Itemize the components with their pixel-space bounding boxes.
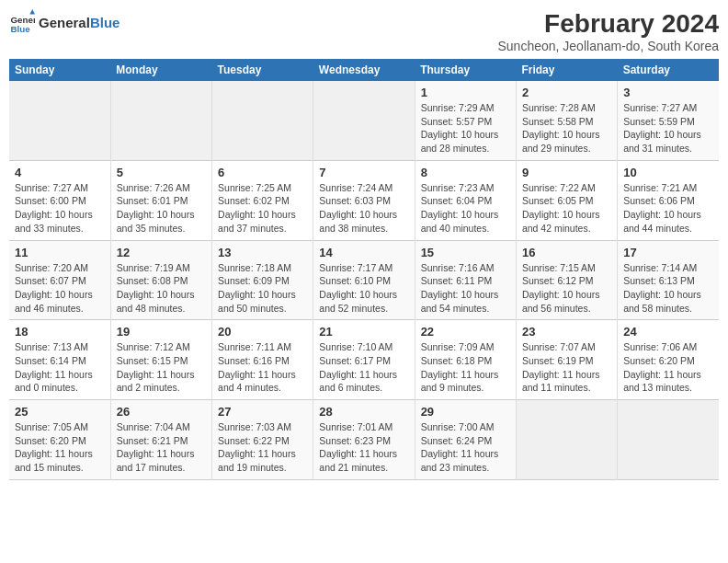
day-number: 17 [623, 246, 713, 259]
day-info: Sunrise: 7:23 AMSunset: 6:04 PMDaylight:… [421, 181, 510, 236]
calendar-cell: 29Sunrise: 7:00 AMSunset: 6:24 PMDayligh… [415, 400, 516, 480]
day-info: Sunrise: 7:12 AMSunset: 6:15 PMDaylight:… [117, 340, 206, 395]
calendar-cell [516, 400, 617, 480]
day-info: Sunrise: 7:18 AMSunset: 6:09 PMDaylight:… [218, 261, 307, 316]
svg-marker-2 [29, 9, 35, 15]
calendar-cell: 4Sunrise: 7:27 AMSunset: 6:00 PMDaylight… [9, 160, 110, 240]
calendar-cell: 12Sunrise: 7:19 AMSunset: 6:08 PMDayligh… [110, 240, 211, 320]
calendar-cell: 25Sunrise: 7:05 AMSunset: 6:20 PMDayligh… [9, 400, 110, 480]
header-sunday: Sunday [9, 59, 110, 81]
day-info: Sunrise: 7:22 AMSunset: 6:05 PMDaylight:… [522, 181, 611, 236]
day-info: Sunrise: 7:16 AMSunset: 6:11 PMDaylight:… [421, 261, 510, 316]
calendar-week-row: 25Sunrise: 7:05 AMSunset: 6:20 PMDayligh… [9, 400, 719, 480]
logo: General Blue GeneralBlue [9, 9, 119, 35]
day-info: Sunrise: 7:10 AMSunset: 6:17 PMDaylight:… [319, 340, 408, 395]
day-number: 3 [623, 86, 713, 99]
day-info: Sunrise: 7:21 AMSunset: 6:06 PMDaylight:… [623, 181, 713, 236]
day-number: 12 [117, 246, 206, 259]
calendar-cell: 18Sunrise: 7:13 AMSunset: 6:14 PMDayligh… [9, 320, 110, 400]
day-number: 25 [15, 405, 105, 419]
day-number: 18 [15, 325, 105, 339]
day-number: 19 [117, 325, 206, 339]
day-number: 13 [218, 246, 307, 259]
day-number: 23 [522, 325, 611, 339]
day-number: 29 [421, 405, 510, 419]
svg-text:Blue: Blue [10, 24, 30, 34]
calendar-cell [313, 81, 415, 160]
day-info: Sunrise: 7:24 AMSunset: 6:03 PMDaylight:… [319, 181, 408, 236]
calendar-cell: 17Sunrise: 7:14 AMSunset: 6:13 PMDayligh… [618, 240, 719, 320]
day-info: Sunrise: 7:14 AMSunset: 6:13 PMDaylight:… [623, 261, 713, 316]
day-info: Sunrise: 7:19 AMSunset: 6:08 PMDaylight:… [117, 261, 206, 316]
logo-text: GeneralBlue [39, 15, 119, 30]
calendar-week-row: 11Sunrise: 7:20 AMSunset: 6:07 PMDayligh… [9, 240, 719, 320]
day-info: Sunrise: 7:20 AMSunset: 6:07 PMDaylight:… [15, 261, 105, 316]
day-info: Sunrise: 7:27 AMSunset: 6:00 PMDaylight:… [15, 181, 105, 236]
day-info: Sunrise: 7:03 AMSunset: 6:22 PMDaylight:… [218, 420, 307, 475]
calendar-cell: 5Sunrise: 7:26 AMSunset: 6:01 PMDaylight… [110, 160, 211, 240]
calendar-cell: 24Sunrise: 7:06 AMSunset: 6:20 PMDayligh… [618, 320, 719, 400]
day-info: Sunrise: 7:11 AMSunset: 6:16 PMDaylight:… [218, 340, 307, 395]
day-number: 28 [319, 405, 408, 419]
day-info: Sunrise: 7:06 AMSunset: 6:20 PMDaylight:… [623, 340, 713, 395]
header-saturday: Saturday [618, 59, 719, 81]
calendar-cell: 14Sunrise: 7:17 AMSunset: 6:10 PMDayligh… [313, 240, 415, 320]
header-tuesday: Tuesday [212, 59, 313, 81]
calendar-cell: 15Sunrise: 7:16 AMSunset: 6:11 PMDayligh… [415, 240, 516, 320]
calendar-table: SundayMondayTuesdayWednesdayThursdayFrid… [9, 59, 719, 480]
header-monday: Monday [110, 59, 211, 81]
day-info: Sunrise: 7:09 AMSunset: 6:18 PMDaylight:… [421, 340, 510, 395]
header-thursday: Thursday [415, 59, 516, 81]
calendar-cell: 2Sunrise: 7:28 AMSunset: 5:58 PMDaylight… [516, 81, 617, 160]
calendar-cell: 10Sunrise: 7:21 AMSunset: 6:06 PMDayligh… [618, 160, 719, 240]
calendar-cell [212, 81, 313, 160]
calendar-cell: 13Sunrise: 7:18 AMSunset: 6:09 PMDayligh… [212, 240, 313, 320]
calendar-cell: 7Sunrise: 7:24 AMSunset: 6:03 PMDaylight… [313, 160, 415, 240]
day-number: 7 [319, 166, 408, 179]
calendar-cell: 21Sunrise: 7:10 AMSunset: 6:17 PMDayligh… [313, 320, 415, 400]
header-friday: Friday [516, 59, 617, 81]
title-block: February 2024 Suncheon, Jeollanam-do, So… [498, 9, 720, 53]
logo-icon: General Blue [9, 9, 35, 35]
calendar-week-row: 4Sunrise: 7:27 AMSunset: 6:00 PMDaylight… [9, 160, 719, 240]
day-info: Sunrise: 7:07 AMSunset: 6:19 PMDaylight:… [522, 340, 611, 395]
calendar-cell: 1Sunrise: 7:29 AMSunset: 5:57 PMDaylight… [415, 81, 516, 160]
page-header: General Blue GeneralBlue February 2024 S… [9, 9, 719, 53]
day-info: Sunrise: 7:25 AMSunset: 6:02 PMDaylight:… [218, 181, 307, 236]
calendar-title: February 2024 [498, 9, 720, 39]
day-number: 9 [522, 166, 611, 179]
calendar-cell: 27Sunrise: 7:03 AMSunset: 6:22 PMDayligh… [212, 400, 313, 480]
day-number: 10 [623, 166, 713, 179]
calendar-cell: 19Sunrise: 7:12 AMSunset: 6:15 PMDayligh… [110, 320, 211, 400]
day-number: 20 [218, 325, 307, 339]
day-info: Sunrise: 7:26 AMSunset: 6:01 PMDaylight:… [117, 181, 206, 236]
day-info: Sunrise: 7:00 AMSunset: 6:24 PMDaylight:… [421, 420, 510, 475]
calendar-header-row: SundayMondayTuesdayWednesdayThursdayFrid… [9, 59, 719, 81]
calendar-cell: 3Sunrise: 7:27 AMSunset: 5:59 PMDaylight… [618, 81, 719, 160]
day-number: 22 [421, 325, 510, 339]
day-number: 11 [15, 246, 105, 259]
calendar-cell: 8Sunrise: 7:23 AMSunset: 6:04 PMDaylight… [415, 160, 516, 240]
day-info: Sunrise: 7:01 AMSunset: 6:23 PMDaylight:… [319, 420, 408, 475]
day-number: 6 [218, 166, 307, 179]
day-info: Sunrise: 7:13 AMSunset: 6:14 PMDaylight:… [15, 340, 105, 395]
calendar-cell: 11Sunrise: 7:20 AMSunset: 6:07 PMDayligh… [9, 240, 110, 320]
day-number: 26 [117, 405, 206, 419]
day-number: 14 [319, 246, 408, 259]
calendar-cell: 28Sunrise: 7:01 AMSunset: 6:23 PMDayligh… [313, 400, 415, 480]
calendar-cell [110, 81, 211, 160]
day-info: Sunrise: 7:27 AMSunset: 5:59 PMDaylight:… [623, 101, 713, 155]
day-number: 4 [15, 166, 105, 179]
day-number: 21 [319, 325, 408, 339]
day-number: 8 [421, 166, 510, 179]
calendar-cell: 6Sunrise: 7:25 AMSunset: 6:02 PMDaylight… [212, 160, 313, 240]
calendar-week-row: 1Sunrise: 7:29 AMSunset: 5:57 PMDaylight… [9, 81, 719, 160]
calendar-cell: 26Sunrise: 7:04 AMSunset: 6:21 PMDayligh… [110, 400, 211, 480]
calendar-cell: 9Sunrise: 7:22 AMSunset: 6:05 PMDaylight… [516, 160, 617, 240]
calendar-cell: 20Sunrise: 7:11 AMSunset: 6:16 PMDayligh… [212, 320, 313, 400]
day-number: 24 [623, 325, 713, 339]
header-wednesday: Wednesday [313, 59, 415, 81]
day-info: Sunrise: 7:04 AMSunset: 6:21 PMDaylight:… [117, 420, 206, 475]
day-number: 27 [218, 405, 307, 419]
calendar-cell [618, 400, 719, 480]
